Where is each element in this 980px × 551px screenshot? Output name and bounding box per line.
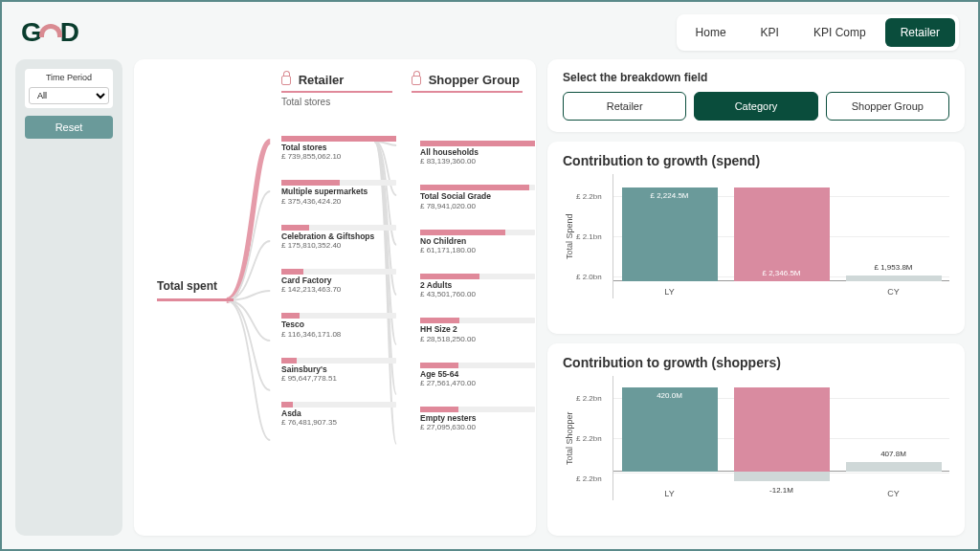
sankey-node[interactable]: 2 Adults£ 43,501,760.00 (420, 274, 535, 298)
lock-icon (281, 76, 291, 85)
bar-mid-top[interactable] (734, 387, 830, 472)
shopper-nodes: All households£ 83,139,360.00Total Socia… (420, 141, 535, 451)
nav-kpi[interactable]: KPI (746, 18, 794, 47)
logo: GD (21, 17, 78, 48)
time-period-filter: Time Period All (25, 69, 113, 108)
sankey-node[interactable]: Celebration & Giftshops£ 175,810,352.40 (281, 225, 396, 250)
nav-home[interactable]: Home (680, 18, 742, 47)
bar-ly[interactable]: 420.0M (622, 387, 718, 472)
sankey-panel: Retailer Shopper Group Total stores (134, 59, 536, 536)
sankey-node[interactable]: All households£ 83,139,360.00 (420, 141, 535, 165)
sankey-node[interactable]: No Children£ 61,171,180.00 (420, 230, 535, 254)
sankey-subhead: Total stores (281, 97, 523, 107)
spend-plot[interactable]: £ 2,224.5M LY £ 2,346.5M £ 1,953.8M (612, 174, 949, 298)
reset-button[interactable]: Reset (25, 116, 113, 139)
chart-title: Contribution to growth (spend) (563, 153, 949, 168)
spend-chart-panel: Contribution to growth (spend) Total Spe… (547, 142, 965, 334)
shoppers-chart-panel: Contribution to growth (shoppers) Total … (547, 343, 965, 536)
sankey-node[interactable]: Asda£ 76,481,907.35 (281, 402, 396, 427)
bar-mid-neg[interactable] (734, 472, 830, 481)
bar-mid[interactable]: £ 2,346.5M (734, 187, 830, 281)
pill-retailer[interactable]: Retailer (563, 92, 686, 121)
nav-retailer[interactable]: Retailer (885, 18, 955, 47)
sankey-node[interactable]: Total stores£ 739,855,062.10 (281, 136, 396, 161)
shoppers-plot[interactable]: 420.0M LY -12.1M 407.8M CY (612, 376, 949, 500)
pill-shopper-group[interactable]: Shopper Group (826, 92, 949, 121)
sankey-node[interactable]: Card Factory£ 142,213,463.70 (281, 269, 396, 294)
main-nav: Home KPI KPI Comp Retailer (677, 14, 959, 51)
time-period-select[interactable]: All (29, 87, 109, 104)
retailer-column-header: Retailer (281, 73, 392, 93)
sankey-root-label: Total spent (157, 279, 217, 293)
shopper-column-header: Shopper Group (412, 73, 523, 93)
pill-category[interactable]: Category (694, 92, 817, 121)
sankey-node[interactable]: Sainsbury's£ 95,647,778.51 (281, 358, 396, 383)
sankey-node[interactable]: Empty nesters£ 27,095,630.00 (420, 407, 535, 431)
retailer-nodes: Total stores£ 739,855,062.10Multiple sup… (281, 136, 396, 446)
lock-icon (412, 76, 421, 85)
sankey-node[interactable]: Multiple supermarkets£ 375,436,424.20 (281, 180, 396, 205)
breakdown-pills: Retailer Category Shopper Group (563, 92, 949, 121)
sankey-node[interactable]: Total Social Grade£ 78,941,020.00 (420, 185, 535, 209)
sankey-node[interactable]: Tesco£ 116,346,171.08 (281, 313, 396, 338)
nav-kpi-comp[interactable]: KPI Comp (798, 18, 881, 47)
sankey-node[interactable]: Age 55-64£ 27,561,470.00 (420, 363, 535, 387)
bar-cy[interactable] (846, 276, 942, 281)
bar-ly[interactable]: £ 2,224.5M (622, 187, 718, 281)
sankey-node[interactable]: HH Size 2£ 28,518,250.00 (420, 318, 535, 342)
breakdown-label: Select the breakdown field (563, 71, 949, 84)
y-axis-label: Total Shopper (563, 376, 576, 500)
time-period-label: Time Period (29, 73, 109, 82)
sankey-root-bar (157, 298, 234, 301)
y-axis-label: Total Spend (563, 174, 576, 298)
bar-cy[interactable] (846, 462, 942, 472)
breakdown-panel: Select the breakdown field Retailer Cate… (547, 59, 965, 132)
chart-title: Contribution to growth (shoppers) (563, 355, 949, 370)
filter-sidebar: Time Period All Reset (15, 59, 122, 536)
